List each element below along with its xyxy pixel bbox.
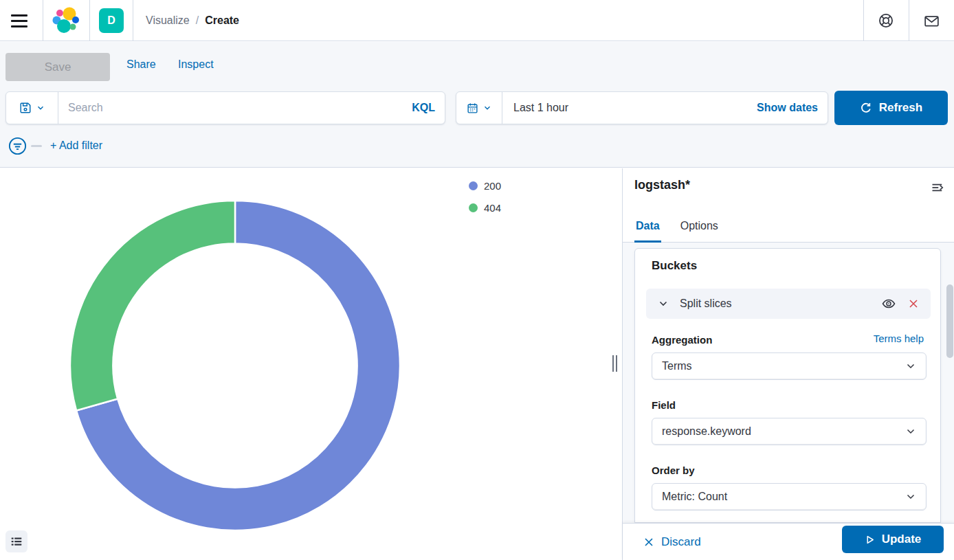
- chevron-down-icon: [36, 103, 45, 113]
- legend-dot-icon: [469, 181, 478, 190]
- editor-tabs: Data Options: [634, 214, 720, 243]
- divider: [133, 0, 133, 41]
- remove-bucket-icon[interactable]: [906, 296, 921, 311]
- terms-help-link[interactable]: Terms help: [874, 333, 924, 344]
- toolbar: Save Share Inspect KQL: [0, 42, 954, 168]
- update-button[interactable]: Update: [842, 526, 944, 553]
- query-bar: KQL: [5, 91, 445, 124]
- time-picker: Last 1 hour Show dates: [456, 91, 828, 124]
- discard-button[interactable]: Discard: [643, 531, 701, 553]
- legend-item-404[interactable]: 404: [469, 202, 501, 214]
- tab-options[interactable]: Options: [679, 214, 720, 243]
- donut-slice-404[interactable]: [70, 201, 235, 411]
- field-label: Field: [652, 399, 676, 411]
- search-input[interactable]: [58, 102, 402, 114]
- legend-item-200[interactable]: 200: [469, 180, 501, 192]
- breadcrumb: Visualize / Create: [146, 0, 239, 41]
- kibana-visualize-app: D Visualize / Create Save Share Inspect: [0, 0, 954, 560]
- visualization-editor-panel: logstash* Data Options Buckets: [622, 168, 954, 560]
- add-filter-button[interactable]: + Add filter: [50, 139, 102, 152]
- chevron-down-icon: [905, 361, 916, 372]
- chevron-down-icon: [482, 103, 492, 113]
- breadcrumb-visualize[interactable]: Visualize: [146, 14, 190, 27]
- menu-hamburger-icon[interactable]: [10, 10, 33, 32]
- eye-icon[interactable]: [881, 296, 896, 311]
- field-select[interactable]: response.keyword: [652, 418, 927, 445]
- panel-resize-handle[interactable]: [610, 352, 619, 374]
- aggregation-select[interactable]: Terms: [652, 352, 927, 380]
- divider: [909, 0, 909, 41]
- save-query-icon: [19, 102, 32, 114]
- top-navigation-bar: D Visualize / Create: [0, 0, 954, 41]
- show-dates-button[interactable]: Show dates: [747, 102, 828, 114]
- order-by-select[interactable]: Metric: Count: [652, 483, 927, 511]
- chart-legend: 200404: [469, 180, 501, 214]
- aggregation-label: Aggregation: [652, 334, 712, 346]
- close-icon: [643, 537, 654, 548]
- filter-dash: [31, 145, 42, 147]
- buckets-heading: Buckets: [652, 259, 697, 273]
- divider: [89, 0, 90, 41]
- chart-panel: 200404: [0, 168, 622, 560]
- inspect-button[interactable]: Inspect: [178, 58, 214, 71]
- list-icon: [10, 535, 23, 548]
- help-icon[interactable]: [876, 11, 896, 30]
- legend-label: 200: [484, 180, 501, 192]
- divider: [43, 0, 43, 41]
- filter-bar: + Add filter: [8, 135, 102, 156]
- panel-scrollbar-thumb[interactable]: [946, 284, 953, 358]
- buckets-card: Buckets Split slices: [634, 248, 941, 523]
- editor-panel-header: logstash* Data Options: [623, 168, 954, 243]
- breadcrumb-create: Create: [205, 14, 239, 27]
- breadcrumb-separator: /: [196, 14, 199, 27]
- donut-chart[interactable]: [0, 168, 622, 560]
- order-by-label: Order by: [652, 464, 695, 476]
- legend-dot-icon: [469, 203, 478, 212]
- legend-label: 404: [484, 202, 501, 214]
- chevron-down-icon: [905, 491, 916, 502]
- elastic-logo[interactable]: [51, 5, 81, 36]
- mail-icon[interactable]: [922, 11, 941, 30]
- refresh-icon: [860, 102, 872, 114]
- split-slices-accordion[interactable]: Split slices: [646, 289, 931, 319]
- split-slices-label: Split slices: [680, 298, 732, 310]
- chevron-down-icon: [905, 426, 916, 437]
- query-language-button[interactable]: KQL: [402, 102, 445, 114]
- divider: [863, 0, 864, 41]
- collapse-panel-icon[interactable]: [928, 178, 947, 197]
- save-button[interactable]: Save: [5, 53, 110, 81]
- date-quick-select-button[interactable]: [456, 92, 502, 124]
- editor-footer: Discard Update: [623, 523, 954, 560]
- main-content: 200404 logstash*: [0, 168, 954, 560]
- space-badge[interactable]: D: [99, 8, 124, 33]
- index-pattern-title: logstash*: [634, 178, 690, 192]
- legend-toggle-button[interactable]: [5, 530, 27, 552]
- time-range-value[interactable]: Last 1 hour: [502, 102, 747, 114]
- chevron-down-icon: [658, 298, 669, 309]
- tab-data[interactable]: Data: [634, 214, 661, 243]
- filter-icon[interactable]: [8, 137, 27, 155]
- calendar-icon: [467, 102, 478, 114]
- share-button[interactable]: Share: [126, 58, 156, 71]
- refresh-button[interactable]: Refresh: [834, 91, 948, 125]
- saved-query-menu-button[interactable]: [6, 92, 58, 124]
- play-icon: [865, 535, 875, 545]
